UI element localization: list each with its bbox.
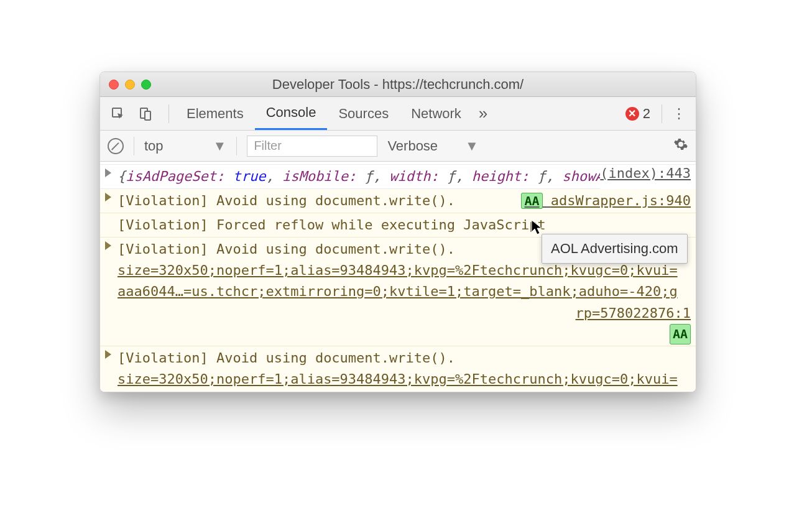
console-filter-bar: top ▼ Verbose ▼ xyxy=(100,131,696,162)
error-badge[interactable]: ✕ 2 xyxy=(625,106,650,122)
minimize-icon[interactable] xyxy=(125,80,135,90)
inspect-element-icon[interactable] xyxy=(108,103,129,124)
console-row-violation[interactable]: [Violation] Avoid using document.write()… xyxy=(100,346,696,392)
violation-text: [Violation] Avoid using document.write()… xyxy=(118,241,455,257)
separator xyxy=(168,104,169,123)
disclosure-triangle-icon[interactable] xyxy=(105,350,111,359)
main-toolbar: Elements Console Sources Network » ✕ 2 ⋮ xyxy=(100,97,696,131)
zoom-icon[interactable] xyxy=(141,80,151,90)
disclosure-triangle-icon[interactable] xyxy=(105,193,111,201)
source-link[interactable]: (index):443 xyxy=(600,163,691,184)
chevron-down-icon: ▼ xyxy=(213,138,227,154)
device-toolbar-icon[interactable] xyxy=(135,103,156,124)
console-output: (index):443 {isAdPageSet: true, isMobile… xyxy=(100,162,696,392)
clear-console-icon[interactable] xyxy=(108,138,124,154)
panel-tabs: Elements Console Sources Network » xyxy=(175,97,494,130)
chevron-down-icon: ▼ xyxy=(465,138,479,154)
disclosure-triangle-icon[interactable] xyxy=(105,241,111,250)
svg-rect-2 xyxy=(145,111,150,120)
filter-input[interactable] xyxy=(247,136,377,157)
tab-console[interactable]: Console xyxy=(255,97,328,130)
url-text[interactable]: aaa6044…=us.tchcr;extmirroring=0;kvtile=… xyxy=(118,281,691,302)
tooltip: AOL Advertising.com xyxy=(542,234,688,264)
url-text[interactable]: aaa6044…=us.tchcr;extmirroring=0;kvtile=… xyxy=(118,390,691,392)
traffic-lights xyxy=(109,80,151,90)
violation-text: [Violation] Avoid using document.write()… xyxy=(118,193,455,208)
third-party-badge[interactable]: AA xyxy=(670,324,691,344)
error-icon: ✕ xyxy=(625,107,639,121)
titlebar: Developer Tools - https://techcrunch.com… xyxy=(100,72,696,97)
error-count: 2 xyxy=(643,106,650,122)
tab-network[interactable]: Network xyxy=(400,97,473,130)
url-text[interactable]: size=320x50;noperf=1;alias=93484943;kvpg… xyxy=(118,369,691,390)
devtools-window: Developer Tools - https://techcrunch.com… xyxy=(99,72,696,392)
tab-sources[interactable]: Sources xyxy=(327,97,400,130)
level-label: Verbose xyxy=(387,138,438,154)
tab-elements[interactable]: Elements xyxy=(175,97,255,130)
separator xyxy=(134,137,134,155)
console-row-violation[interactable]: AA adsWrapper.js:940 [Violation] Avoid u… xyxy=(100,189,696,213)
violation-text: [Violation] Forced reflow while executin… xyxy=(118,217,546,233)
tab-more[interactable]: » xyxy=(473,97,494,130)
gear-icon[interactable] xyxy=(673,137,688,155)
close-icon[interactable] xyxy=(109,80,119,90)
separator xyxy=(662,104,662,123)
source-link[interactable]: AA adsWrapper.js:940 xyxy=(521,190,691,211)
log-level-selector[interactable]: Verbose ▼ xyxy=(387,138,479,154)
third-party-badge[interactable]: AA xyxy=(521,193,542,209)
disclosure-triangle-icon[interactable] xyxy=(105,169,111,177)
window-title: Developer Tools - https://techcrunch.com… xyxy=(100,76,696,93)
separator xyxy=(236,137,237,155)
context-label: top xyxy=(144,138,164,154)
violation-text: [Violation] Avoid using document.write()… xyxy=(118,350,455,366)
context-selector[interactable]: top ▼ xyxy=(144,138,226,154)
console-row[interactable]: {isAdPageSet: true, isMobile: ƒ, width: … xyxy=(100,165,600,189)
url-text[interactable]: rp=578022876:1 xyxy=(118,303,691,324)
kebab-menu-icon[interactable]: ⋮ xyxy=(670,106,688,122)
